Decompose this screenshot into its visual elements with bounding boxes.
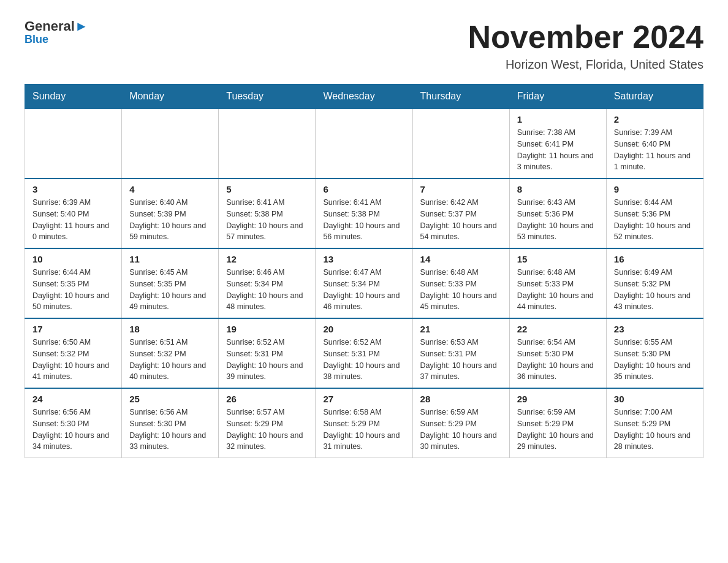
day-info: Sunrise: 6:51 AMSunset: 5:32 PMDaylight:… [129, 337, 211, 383]
day-number: 26 [226, 394, 308, 404]
calendar-cell [412, 109, 509, 178]
calendar-cell: 3Sunrise: 6:39 AMSunset: 5:40 PMDaylight… [25, 178, 122, 248]
day-info: Sunrise: 6:54 AMSunset: 5:30 PMDaylight:… [517, 337, 599, 383]
calendar-cell [122, 109, 219, 178]
day-number: 11 [129, 254, 211, 264]
calendar-cell: 5Sunrise: 6:41 AMSunset: 5:38 PMDaylight… [219, 178, 316, 248]
day-info: Sunrise: 6:48 AMSunset: 5:33 PMDaylight:… [420, 267, 502, 313]
weekday-header-wednesday: Wednesday [316, 85, 412, 109]
calendar-cell: 29Sunrise: 6:59 AMSunset: 5:29 PMDayligh… [509, 388, 606, 458]
day-info: Sunrise: 7:38 AMSunset: 6:41 PMDaylight:… [517, 127, 599, 173]
day-number: 8 [517, 184, 599, 194]
day-info: Sunrise: 6:59 AMSunset: 5:29 PMDaylight:… [517, 407, 599, 453]
weekday-header-monday: Monday [122, 85, 219, 109]
calendar-cell: 26Sunrise: 6:57 AMSunset: 5:29 PMDayligh… [219, 388, 316, 458]
logo-text: General► [25, 18, 88, 34]
day-info: Sunrise: 6:52 AMSunset: 5:31 PMDaylight:… [323, 337, 404, 383]
day-number: 2 [614, 114, 696, 124]
calendar-cell: 16Sunrise: 6:49 AMSunset: 5:32 PMDayligh… [606, 248, 703, 318]
weekday-header-saturday: Saturday [606, 85, 703, 109]
day-info: Sunrise: 6:41 AMSunset: 5:38 PMDaylight:… [323, 197, 404, 243]
calendar-cell: 17Sunrise: 6:50 AMSunset: 5:32 PMDayligh… [25, 318, 122, 388]
calendar-cell: 30Sunrise: 7:00 AMSunset: 5:29 PMDayligh… [606, 388, 703, 458]
calendar-cell: 28Sunrise: 6:59 AMSunset: 5:29 PMDayligh… [412, 388, 509, 458]
calendar-cell: 10Sunrise: 6:44 AMSunset: 5:35 PMDayligh… [25, 248, 122, 318]
day-info: Sunrise: 6:49 AMSunset: 5:32 PMDaylight:… [614, 267, 696, 313]
day-number: 23 [614, 324, 696, 334]
weekday-header-tuesday: Tuesday [219, 85, 316, 109]
day-number: 20 [323, 324, 404, 334]
logo: General► Blue [25, 18, 88, 46]
day-number: 21 [420, 324, 502, 334]
day-number: 19 [226, 324, 308, 334]
day-info: Sunrise: 6:52 AMSunset: 5:31 PMDaylight:… [226, 337, 308, 383]
day-info: Sunrise: 6:59 AMSunset: 5:29 PMDaylight:… [420, 407, 502, 453]
day-number: 29 [517, 394, 599, 404]
calendar-cell: 14Sunrise: 6:48 AMSunset: 5:33 PMDayligh… [412, 248, 509, 318]
calendar-cell [316, 109, 412, 178]
day-number: 1 [517, 114, 599, 124]
week-row-1: 1Sunrise: 7:38 AMSunset: 6:41 PMDaylight… [25, 109, 703, 178]
calendar-cell: 13Sunrise: 6:47 AMSunset: 5:34 PMDayligh… [316, 248, 412, 318]
day-info: Sunrise: 6:56 AMSunset: 5:30 PMDaylight:… [32, 407, 114, 453]
calendar-subtitle: Horizon West, Florida, United States [468, 58, 703, 72]
calendar-title: November 2024 [468, 18, 703, 55]
day-info: Sunrise: 6:41 AMSunset: 5:38 PMDaylight:… [226, 197, 308, 243]
calendar-cell: 24Sunrise: 6:56 AMSunset: 5:30 PMDayligh… [25, 388, 122, 458]
calendar-cell: 15Sunrise: 6:48 AMSunset: 5:33 PMDayligh… [509, 248, 606, 318]
calendar-cell: 21Sunrise: 6:53 AMSunset: 5:31 PMDayligh… [412, 318, 509, 388]
day-number: 5 [226, 184, 308, 194]
calendar-cell: 8Sunrise: 6:43 AMSunset: 5:36 PMDaylight… [509, 178, 606, 248]
calendar-cell: 18Sunrise: 6:51 AMSunset: 5:32 PMDayligh… [122, 318, 219, 388]
day-info: Sunrise: 6:40 AMSunset: 5:39 PMDaylight:… [129, 197, 211, 243]
day-number: 10 [32, 254, 114, 264]
week-row-3: 10Sunrise: 6:44 AMSunset: 5:35 PMDayligh… [25, 248, 703, 318]
day-number: 17 [32, 324, 114, 334]
calendar-table: SundayMondayTuesdayWednesdayThursdayFrid… [25, 84, 703, 458]
calendar-cell: 23Sunrise: 6:55 AMSunset: 5:30 PMDayligh… [606, 318, 703, 388]
calendar-cell: 9Sunrise: 6:44 AMSunset: 5:36 PMDaylight… [606, 178, 703, 248]
day-info: Sunrise: 6:55 AMSunset: 5:30 PMDaylight:… [614, 337, 696, 383]
calendar-cell: 27Sunrise: 6:58 AMSunset: 5:29 PMDayligh… [316, 388, 412, 458]
weekday-header-thursday: Thursday [412, 85, 509, 109]
day-number: 25 [129, 394, 211, 404]
day-info: Sunrise: 6:48 AMSunset: 5:33 PMDaylight:… [517, 267, 599, 313]
day-info: Sunrise: 6:53 AMSunset: 5:31 PMDaylight:… [420, 337, 502, 383]
calendar-cell: 20Sunrise: 6:52 AMSunset: 5:31 PMDayligh… [316, 318, 412, 388]
day-number: 28 [420, 394, 502, 404]
calendar-cell: 19Sunrise: 6:52 AMSunset: 5:31 PMDayligh… [219, 318, 316, 388]
day-number: 7 [420, 184, 502, 194]
day-info: Sunrise: 6:50 AMSunset: 5:32 PMDaylight:… [32, 337, 114, 383]
day-number: 30 [614, 394, 696, 404]
calendar-cell [25, 109, 122, 178]
day-info: Sunrise: 7:00 AMSunset: 5:29 PMDaylight:… [614, 407, 696, 453]
calendar-cell: 4Sunrise: 6:40 AMSunset: 5:39 PMDaylight… [122, 178, 219, 248]
day-number: 12 [226, 254, 308, 264]
day-info: Sunrise: 6:45 AMSunset: 5:35 PMDaylight:… [129, 267, 211, 313]
day-info: Sunrise: 6:44 AMSunset: 5:35 PMDaylight:… [32, 267, 114, 313]
calendar-cell: 22Sunrise: 6:54 AMSunset: 5:30 PMDayligh… [509, 318, 606, 388]
day-number: 6 [323, 184, 404, 194]
logo-triangle-icon: ► [75, 18, 88, 34]
day-number: 27 [323, 394, 404, 404]
title-area: November 2024 Horizon West, Florida, Uni… [468, 18, 703, 72]
day-number: 15 [517, 254, 599, 264]
day-number: 24 [32, 394, 114, 404]
weekday-header-row: SundayMondayTuesdayWednesdayThursdayFrid… [25, 85, 703, 109]
day-number: 13 [323, 254, 404, 264]
day-info: Sunrise: 6:46 AMSunset: 5:34 PMDaylight:… [226, 267, 308, 313]
week-row-4: 17Sunrise: 6:50 AMSunset: 5:32 PMDayligh… [25, 318, 703, 388]
day-info: Sunrise: 6:56 AMSunset: 5:30 PMDaylight:… [129, 407, 211, 453]
calendar-cell: 2Sunrise: 7:39 AMSunset: 6:40 PMDaylight… [606, 109, 703, 178]
calendar-cell: 1Sunrise: 7:38 AMSunset: 6:41 PMDaylight… [509, 109, 606, 178]
day-info: Sunrise: 6:58 AMSunset: 5:29 PMDaylight:… [323, 407, 404, 453]
calendar-cell: 7Sunrise: 6:42 AMSunset: 5:37 PMDaylight… [412, 178, 509, 248]
day-info: Sunrise: 6:43 AMSunset: 5:36 PMDaylight:… [517, 197, 599, 243]
day-number: 3 [32, 184, 114, 194]
calendar-cell: 12Sunrise: 6:46 AMSunset: 5:34 PMDayligh… [219, 248, 316, 318]
page-header: General► Blue November 2024 Horizon West… [25, 18, 703, 72]
day-number: 14 [420, 254, 502, 264]
day-number: 22 [517, 324, 599, 334]
day-info: Sunrise: 6:44 AMSunset: 5:36 PMDaylight:… [614, 197, 696, 243]
weekday-header-sunday: Sunday [25, 85, 122, 109]
